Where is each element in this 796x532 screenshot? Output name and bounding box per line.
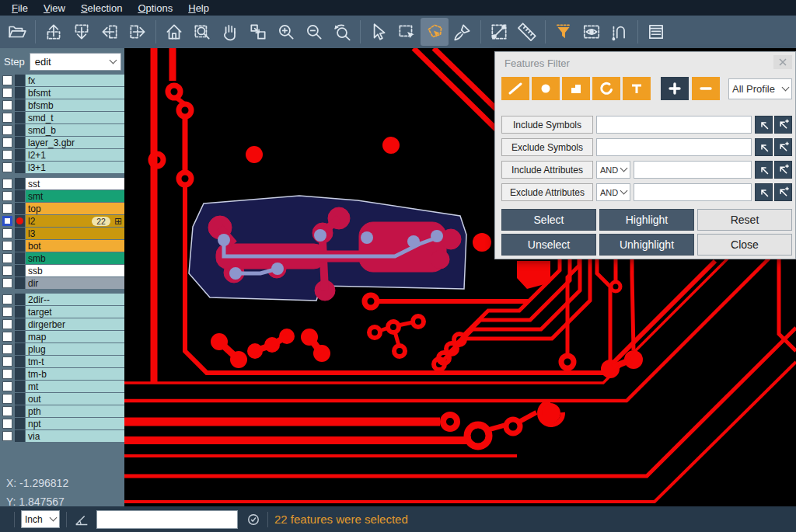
layer-visibility-checkbox[interactable] (2, 394, 12, 404)
open-project-icon[interactable] (3, 18, 31, 46)
layer-name[interactable]: smd_b (26, 124, 124, 136)
unselect-button[interactable]: Unselect (501, 234, 596, 256)
zoom-in-icon[interactable] (272, 18, 300, 46)
layer-name[interactable]: dirgerber (26, 318, 124, 330)
layer-visibility-checkbox[interactable] (2, 307, 12, 317)
layer-visibility-checkbox[interactable] (2, 75, 12, 85)
menu-selection[interactable]: Selection (74, 2, 129, 15)
layer-visibility-checkbox[interactable] (2, 344, 12, 354)
pan-down-icon[interactable] (68, 18, 96, 46)
layer-name[interactable]: mt (26, 381, 124, 392)
layer-row-l3[interactable]: l3 (0, 228, 124, 239)
layer-name[interactable]: target (26, 306, 124, 318)
layer-row-npt[interactable]: npt (0, 418, 124, 429)
layer-row-target[interactable]: target (0, 306, 124, 318)
layer-visibility-checkbox[interactable] (2, 253, 12, 263)
layer-visibility-checkbox[interactable] (2, 203, 12, 214)
layer-name[interactable]: bot (26, 240, 124, 252)
units-select[interactable]: Inch (21, 510, 60, 528)
layer-row-smt[interactable]: smt (0, 190, 124, 202)
layer-visibility-checkbox[interactable] (2, 179, 12, 189)
highlight-button[interactable]: Highlight (599, 209, 694, 231)
layer-name[interactable]: smd_t (26, 112, 124, 123)
layer-name[interactable]: bfsmt (26, 87, 124, 99)
layer-row-out[interactable]: out (0, 393, 124, 405)
layer-name[interactable]: dir (26, 277, 124, 289)
layer-visibility-checkbox[interactable] (2, 228, 12, 238)
unhighlight-button[interactable]: Unhighlight (599, 234, 694, 256)
layer-visibility-checkbox[interactable] (2, 278, 12, 288)
layer-row-bfsmb[interactable]: bfsmb (0, 99, 124, 111)
layer-visibility-checkbox[interactable] (2, 319, 12, 329)
layer-visibility-checkbox[interactable] (2, 406, 12, 416)
layer-visibility-checkbox[interactable] (2, 100, 12, 110)
layer-visibility-checkbox[interactable] (2, 381, 12, 391)
layer-visibility-checkbox[interactable] (2, 332, 12, 342)
layer-name[interactable]: tm-b (26, 368, 124, 380)
measure-ruler-icon[interactable] (513, 18, 541, 46)
layer-row-map[interactable]: map (0, 331, 124, 342)
include-symbols-button[interactable]: Include Symbols (501, 116, 593, 134)
layer-row-top[interactable]: top (0, 203, 124, 214)
layer-name[interactable]: smt (26, 190, 124, 202)
reset-button[interactable]: Reset (697, 209, 792, 231)
layer-row-bfsmt[interactable]: bfsmt (0, 87, 124, 99)
layer-name[interactable]: pth (26, 405, 124, 417)
layer-visibility-checkbox[interactable] (2, 216, 12, 226)
layer-name[interactable]: l222⊞ (26, 215, 124, 227)
layers-form-icon[interactable] (642, 18, 670, 46)
zoom-previous-icon[interactable] (328, 18, 356, 46)
layer-row-2dir--[interactable]: 2dir-- (0, 294, 124, 305)
include-attributes-op-select[interactable]: AND (596, 161, 630, 179)
pick-from-screen-add-icon[interactable] (774, 161, 792, 179)
menu-options[interactable]: Options (131, 2, 180, 15)
layer-row-layer_3.gbr[interactable]: layer_3.gbr (0, 137, 124, 148)
layer-name[interactable]: tm-t (26, 356, 124, 367)
pan-up-icon[interactable] (40, 18, 68, 46)
layer-row-ssb[interactable]: ssb (0, 265, 124, 276)
layer-name[interactable]: top (26, 203, 124, 214)
layer-visibility-checkbox[interactable] (2, 369, 12, 379)
pick-from-screen-icon[interactable] (755, 161, 773, 179)
include-symbols-input[interactable] (596, 116, 752, 134)
layer-row-l2[interactable]: l222⊞ (0, 215, 124, 227)
layer-row-dirgerber[interactable]: dirgerber (0, 318, 124, 330)
select-rectangle-icon[interactable] (393, 18, 421, 46)
layer-visibility-checkbox[interactable] (2, 88, 12, 98)
layer-visibility-checkbox[interactable] (2, 356, 12, 367)
text-features-icon[interactable] (623, 77, 651, 100)
pan-right-icon[interactable] (124, 18, 152, 46)
arc-features-icon[interactable] (592, 77, 620, 100)
layer-row-plug[interactable]: plug (0, 343, 124, 355)
layer-row-tm-t[interactable]: tm-t (0, 356, 124, 367)
select-polygon-icon[interactable] (421, 18, 449, 46)
add-filter-icon[interactable] (661, 77, 689, 100)
layer-visibility-checkbox[interactable] (2, 266, 12, 276)
layer-name[interactable]: l2+1 (26, 149, 124, 161)
layer-name[interactable]: sst (26, 178, 124, 190)
exclude-attributes-input[interactable] (634, 183, 752, 201)
profile-select[interactable]: All Profile (728, 78, 792, 99)
layer-name[interactable]: 2dir-- (26, 294, 124, 305)
grid-icon[interactable]: ⊞ (114, 216, 122, 227)
layer-visibility-checkbox[interactable] (2, 294, 12, 304)
zoom-out-icon[interactable] (300, 18, 328, 46)
layer-visibility-checkbox[interactable] (2, 150, 12, 160)
layer-row-l2+1[interactable]: l2+1 (0, 149, 124, 161)
layer-name[interactable]: via (26, 430, 124, 442)
layer-row-mt[interactable]: mt (0, 381, 124, 392)
paint-features-icon[interactable] (449, 18, 477, 46)
zoom-object-icon[interactable] (244, 18, 272, 46)
layer-visibility-checkbox[interactable] (2, 162, 12, 172)
layer-visibility-checkbox[interactable] (2, 241, 12, 251)
pick-from-screen-icon[interactable] (755, 138, 773, 156)
include-attributes-button[interactable]: Include Attributes (501, 161, 593, 179)
close-button[interactable]: Close (697, 234, 792, 256)
zoom-window-icon[interactable] (188, 18, 216, 46)
pick-from-screen-icon[interactable] (755, 116, 773, 134)
pick-from-screen-add-icon[interactable] (774, 116, 792, 134)
layer-name[interactable]: l3+1 (26, 162, 124, 173)
layer-name[interactable]: out (26, 393, 124, 405)
layer-row-l3+1[interactable]: l3+1 (0, 162, 124, 173)
layer-row-smd_t[interactable]: smd_t (0, 112, 124, 123)
